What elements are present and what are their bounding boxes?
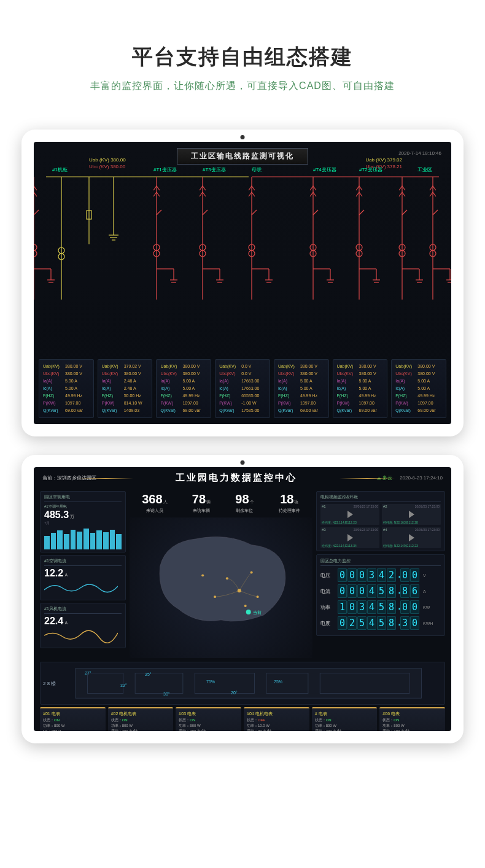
play-icon <box>409 511 414 518</box>
node-label: 工业区 <box>417 166 432 173</box>
svg-point-24 <box>201 574 204 576</box>
svg-rect-32 <box>266 673 308 693</box>
svg-point-12 <box>34 244 37 250</box>
tablet-1: 工业区输电线路监测可视化 2020-7-14 18:10:46 Uab (KV)… <box>21 130 464 436</box>
meter-card[interactable]: # 电表状态：ON功率：800 W震动：400 次/秒转速：2100 r/h <box>312 707 378 731</box>
floor-plan[interactable]: 2 8 楼 27° 32° 25° 75% 20° 75% 30° <box>40 662 445 705</box>
meter-card[interactable]: #02 电机电表状态：ON功率：800 W震动：400 次/秒转速：3000 r… <box>108 707 174 731</box>
power-row: 功率103458.00KW <box>320 600 441 614</box>
screen1-title: 工业区输电线路监测可视化 <box>177 148 308 165</box>
kpi-item: 18项待处理事件 <box>279 492 300 514</box>
power-section-title: 园区总电力监控 <box>320 558 441 566</box>
tablet-2: 当前：深圳西乡俊达园区 工业园电力数据监控中心 ☁ 多云 2020-6-23 1… <box>21 455 464 743</box>
screen2-timestamp: 2020-6-23 17:24:10 <box>400 475 443 481</box>
screen-power-line: 工业区输电线路监测可视化 2020-7-14 18:10:46 Uab (KV)… <box>34 142 451 424</box>
kpi-item: 98个剩余车位 <box>235 492 254 514</box>
video-tile[interactable]: #220/06/23 17:23:00经纬度: N22.163,E112.28 <box>382 504 441 525</box>
video-tile[interactable]: #120/06/23 17:23:00经纬度: N22.114,E112.23 <box>320 504 379 525</box>
data-box[interactable]: Uab(KV)380.00 V Ubc(KV)380.00 V Ia(A)5.0… <box>333 359 388 418</box>
china-map[interactable]: 当前 <box>130 517 312 658</box>
digital-display: 000458.86 <box>338 584 419 598</box>
svg-point-13 <box>34 250 37 257</box>
data-box[interactable]: Uab(KV)0.0 V Ubc(KV)0.0 V Ia(A)17663.00 … <box>215 359 270 418</box>
svg-text:当前: 当前 <box>253 610 262 614</box>
svg-line-14 <box>34 210 39 215</box>
stat-title: 园区空调用电 <box>44 494 122 502</box>
power-row: 电压000342.00V <box>320 568 441 582</box>
circuit-diagram <box>34 174 451 321</box>
digital-display: 025458.30 <box>338 616 419 630</box>
meter-row: #01 电表状态：ON功率：800 WUa：386 VIa：30 A#02 电机… <box>34 707 451 731</box>
svg-rect-29 <box>87 673 123 693</box>
screen2-title: 工业园电力数据监控中心 <box>96 472 376 484</box>
play-icon <box>409 534 414 541</box>
node-label: #T2变压器 <box>359 166 382 173</box>
data-box[interactable]: Uab(KV)380.00 V Ubc(KV)380.00 V Ia(A)5.0… <box>274 359 329 418</box>
data-box[interactable]: Uab(KV)380.00 V Ubc(KV)380.00 V Ia(A)5.0… <box>156 359 211 418</box>
video-section-title: 电柜视频监控&环境 <box>320 494 441 502</box>
uab-label: Uab (KV) <box>89 157 109 163</box>
data-box-row: Uab(KV)380.00 V Ubc(KV)380.00 V Ia(A)5.0… <box>39 359 446 418</box>
meter-card[interactable]: #04 电机电表状态：OFF功率：10.0 W震动：00 次/秒转速：0000 … <box>244 707 309 731</box>
kpi-row: 368人来访人员78辆来访车辆98个剩余车位18项待处理事件 <box>130 491 312 517</box>
node-label: #1机柜 <box>52 166 68 173</box>
line-chart <box>44 627 118 644</box>
kpi-item: 368人来访人员 <box>142 492 167 514</box>
screen1-timestamp: 2020-7-14 18:10:46 <box>398 150 441 156</box>
page-title: 平台支持自由组态搭建 <box>12 43 473 71</box>
power-row: 电度025458.30KWH <box>320 616 441 630</box>
meter-card[interactable]: #06 电表状态：ON功率：800 W震动：400 次/秒转速：2020 r/h <box>379 707 445 731</box>
svg-rect-33 <box>320 673 409 693</box>
digital-display: 000342.00 <box>338 568 419 582</box>
node-label: #T4变压器 <box>313 166 336 173</box>
kpi-item: 78辆来访车辆 <box>192 492 211 514</box>
stat-value: 485.3 <box>44 510 69 520</box>
digital-display: 103458.00 <box>338 600 419 614</box>
play-icon <box>347 511 353 518</box>
video-tile[interactable]: #420/06/23 17:23:00经纬度: N22.149,E112.23 <box>382 527 441 548</box>
ubc-label: Ubc (KV) <box>89 164 109 169</box>
bar-chart <box>44 527 122 549</box>
video-tile[interactable]: #320/06/23 17:23:00经纬度: N22.114,E113.34 <box>320 527 379 548</box>
page-subtitle: 丰富的监控界面，让你随心所遇，可直接导入CAD图、可自由搭建 <box>12 80 473 93</box>
svg-point-25 <box>244 605 247 607</box>
node-label: 母联 <box>252 166 262 173</box>
svg-point-26 <box>246 610 251 614</box>
data-box[interactable]: Uab(KV)380.00 V Ubc(KV)380.00 V Ia(A)5.0… <box>39 359 94 418</box>
power-row: 电流000458.86A <box>320 584 441 598</box>
meter-card[interactable]: #03 电表状态：ON功率：800 W震动：400 次/秒转速：4000 r/h <box>176 707 241 731</box>
line-chart <box>44 579 118 596</box>
left-stats: 园区空调用电 #1空调年用电 485.3 万 7月 #1空调电流 12.2 A … <box>40 491 126 658</box>
node-label: #T1变压器 <box>153 166 177 173</box>
data-box[interactable]: Uab(KV)379.02 V Ubc(KV)380.00 V Ia(A)2.4… <box>98 359 153 418</box>
data-box[interactable]: Uab(KV)380.00 V Ubc(KV)380.00 V Ia(A)5.0… <box>391 359 446 418</box>
play-icon <box>347 534 353 541</box>
screen-monitor-center: 当前：深圳西乡俊达园区 工业园电力数据监控中心 ☁ 多云 2020-6-23 1… <box>34 467 451 731</box>
svg-rect-30 <box>135 673 183 693</box>
svg-rect-31 <box>195 673 254 693</box>
node-label: #T3变压器 <box>203 166 226 173</box>
meter-card[interactable]: #01 电表状态：ON功率：800 WUa：386 VIa：30 A <box>40 707 106 731</box>
